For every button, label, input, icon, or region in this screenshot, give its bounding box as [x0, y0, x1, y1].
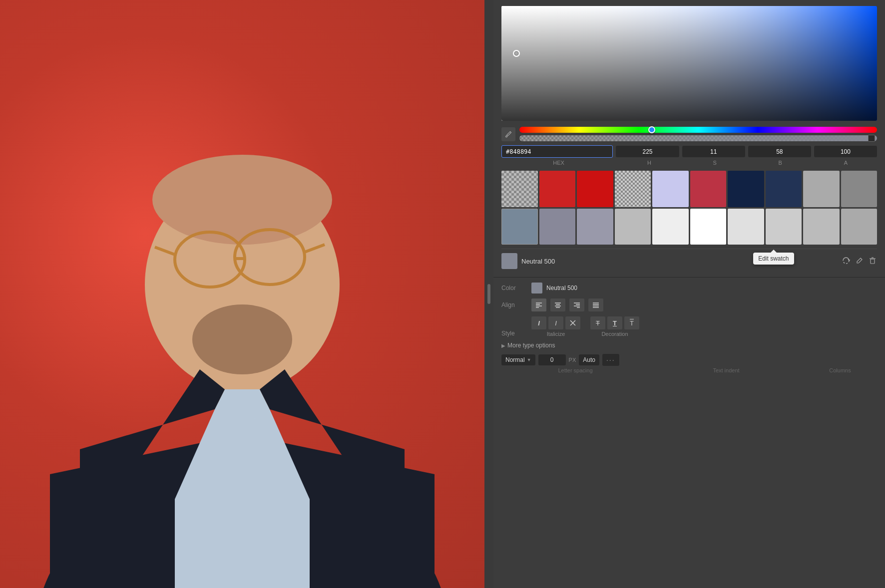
style-prop-label: Style [501, 330, 527, 337]
text-properties: Color Neutral 500 Align [493, 277, 885, 378]
swatches-grid: Edit swatch [501, 171, 877, 245]
s-label: S [683, 160, 746, 166]
italic-button[interactable]: I [531, 316, 546, 329]
color-picker-section: HEX H S B A [493, 0, 885, 171]
strikethrough-button[interactable]: T [590, 316, 605, 329]
color-prop-label: Color [501, 285, 527, 292]
hue-slider[interactable] [519, 127, 877, 133]
delete-swatch-button[interactable] [868, 256, 877, 267]
h-label: H [618, 160, 680, 166]
neutral-swatch-preview [501, 253, 517, 269]
no-style-button[interactable] [565, 316, 580, 329]
s-input-wrapper[interactable] [682, 146, 745, 157]
swatch-0-0[interactable] [501, 171, 538, 207]
a-input-wrapper[interactable] [814, 146, 877, 157]
swatch-0-7[interactable] [766, 171, 802, 207]
spacing-unit-label: PX [569, 357, 576, 363]
decoration-group: T T T Decoration [590, 316, 639, 337]
right-panel: HEX H S B A [493, 0, 885, 588]
expand-icon: ▶ [501, 343, 505, 348]
edit-swatch-tooltip: Edit swatch [753, 253, 794, 265]
swatch-0-8[interactable] [803, 171, 840, 207]
h-input-wrapper[interactable] [616, 146, 679, 157]
color-swatch-small[interactable] [531, 283, 542, 294]
hex-input[interactable] [506, 148, 608, 155]
italicize-buttons: I I [531, 316, 580, 329]
eyedropper-button[interactable] [501, 127, 515, 141]
color-labels: HEX H S B A [501, 160, 877, 166]
s-input[interactable] [685, 148, 742, 155]
normal-select[interactable]: Normal ▼ [501, 354, 535, 365]
italicize-group: I I Italicize [531, 316, 580, 337]
swatch-0-9[interactable] [841, 171, 878, 207]
neutral-swatch-actions [841, 256, 877, 267]
swatch-1-6[interactable]: Edit swatch [728, 209, 764, 245]
swatch-1-2[interactable] [577, 209, 613, 245]
align-center-button[interactable] [550, 298, 565, 311]
spacing-value-input[interactable] [538, 354, 566, 365]
edit-swatch-button[interactable] [855, 256, 864, 267]
italic-oblique-button[interactable]: I [548, 316, 563, 329]
opacity-slider[interactable] [519, 135, 877, 141]
align-left-button[interactable] [531, 298, 546, 311]
h-input[interactable] [619, 148, 676, 155]
hex-input-wrapper[interactable] [501, 145, 613, 158]
overline-button[interactable]: T [624, 316, 639, 329]
decoration-label: Decoration [601, 331, 628, 337]
swatches-section: Edit swatch Neutral 500 [493, 171, 885, 277]
swatch-0-1[interactable] [539, 171, 576, 207]
italicize-label: Italicize [547, 331, 565, 337]
color-cursor[interactable] [513, 50, 520, 57]
swatch-1-7[interactable] [766, 209, 802, 245]
person-photo [0, 0, 484, 588]
svg-marker-17 [175, 409, 310, 588]
hue-thumb[interactable] [648, 126, 655, 133]
b-input[interactable] [751, 148, 808, 155]
b-input-wrapper[interactable] [748, 146, 811, 157]
more-type-options-label[interactable]: More type options [507, 342, 555, 349]
swatch-1-1[interactable] [539, 209, 576, 245]
underline-button[interactable]: T [607, 316, 622, 329]
bottom-labels-row: Letter spacing Text indent Columns [501, 367, 877, 373]
style-prop-row: Style I I Ital [501, 316, 877, 337]
align-prop-row: Align [501, 298, 877, 311]
swatch-1-5[interactable] [690, 209, 727, 245]
swatch-0-3[interactable] [615, 171, 651, 207]
decoration-buttons: T T T [590, 316, 639, 329]
divider-handle [487, 284, 490, 304]
photo-area [0, 0, 484, 588]
neutral-swatch-row: Neutral 500 [501, 249, 877, 273]
color-gradient-canvas[interactable] [501, 6, 877, 121]
swatch-1-8[interactable] [803, 209, 840, 245]
swatch-0-6[interactable] [728, 171, 764, 207]
svg-rect-19 [871, 259, 875, 264]
align-justify-button[interactable] [588, 298, 603, 311]
swatch-0-5[interactable] [690, 171, 727, 207]
swatch-1-3[interactable] [615, 209, 651, 245]
spacing-auto-display: Auto [579, 354, 599, 365]
sync-swatch-button[interactable] [841, 256, 851, 267]
a-input[interactable] [817, 148, 874, 155]
gradient-dark-overlay [501, 6, 877, 121]
opacity-end-icon [868, 135, 875, 142]
panel-divider [484, 0, 493, 588]
b-label: B [749, 160, 812, 166]
swatch-1-4[interactable] [652, 209, 689, 245]
hex-label: HEX [502, 160, 615, 166]
normal-select-arrow: ▼ [527, 357, 531, 362]
more-options-button[interactable]: ··· [602, 354, 619, 366]
swatch-0-4[interactable] [652, 171, 689, 207]
swatch-1-9[interactable] [841, 209, 878, 245]
sliders-row [501, 127, 877, 141]
swatch-1-0[interactable] [501, 209, 538, 245]
svg-point-3 [152, 155, 332, 245]
normal-select-text: Normal [505, 356, 525, 363]
letter-spacing-label: Letter spacing [501, 367, 649, 373]
align-right-button[interactable] [569, 298, 584, 311]
swatch-0-2[interactable] [577, 171, 613, 207]
more-type-options-row[interactable]: ▶ More type options [501, 342, 877, 349]
spacing-row: Normal ▼ PX Auto ··· [501, 354, 877, 366]
text-indent-label: Text indent [652, 367, 800, 373]
columns-label: Columns [803, 367, 877, 373]
align-prop-label: Align [501, 301, 527, 308]
